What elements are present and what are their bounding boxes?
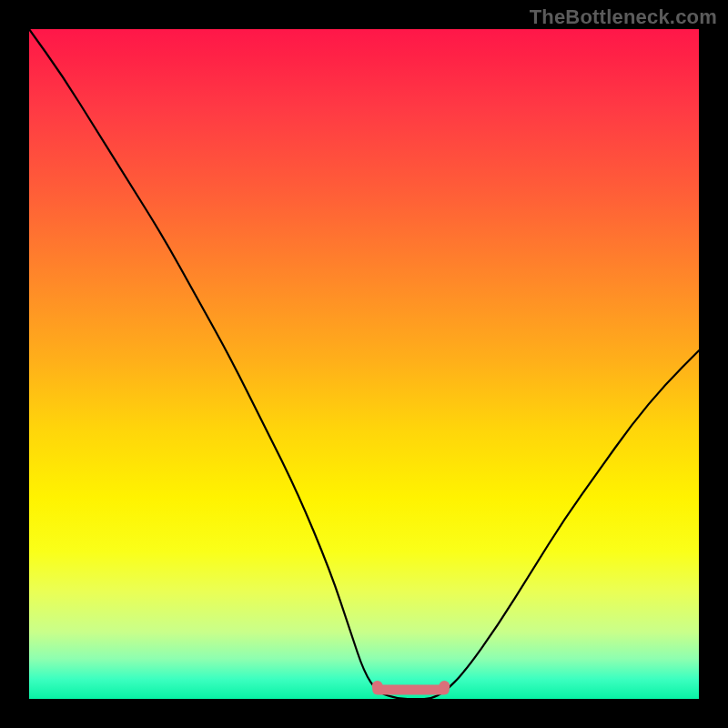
bottleneck-curve — [29, 29, 699, 699]
plot-area — [29, 29, 699, 699]
watermark-text: TheBottleneck.com — [530, 5, 717, 29]
curve-layer — [29, 29, 699, 699]
optimal-zone-end-dot — [439, 681, 450, 692]
chart-frame: TheBottleneck.com — [0, 0, 728, 728]
optimal-zone-start-dot — [372, 681, 383, 692]
